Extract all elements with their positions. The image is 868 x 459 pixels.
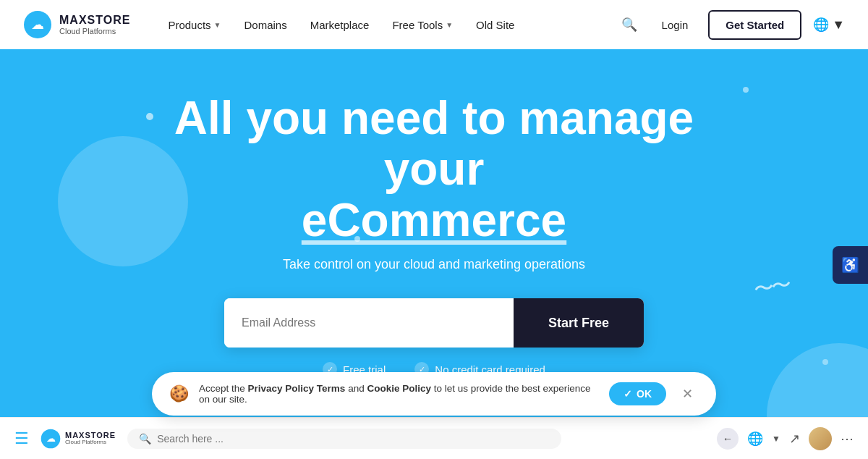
navbar-left: ☁ MAXSTORE Cloud Platforms Products ▼ Do… (23, 10, 523, 39)
more-icon[interactable]: ⋯ (841, 431, 854, 447)
hero-form: Start Free (224, 298, 644, 348)
cookie-close-button[interactable]: ✕ (676, 383, 699, 405)
check-icon: ✓ (624, 388, 632, 400)
cookie-ok-button[interactable]: ✓ OK (609, 382, 666, 405)
hamburger-icon[interactable]: ☰ (14, 429, 29, 448)
chevron-down-icon: ▼ (446, 21, 453, 29)
logo-icon: ☁ (23, 10, 52, 39)
logo-text: MAXSTORE Cloud Platforms (59, 14, 130, 35)
hero-subtitle: Take control on your cloud and marketing… (283, 257, 585, 272)
email-input[interactable] (224, 298, 514, 348)
bottom-right-icons: ← 🌐 ▼ ↗ ⋯ (717, 427, 854, 450)
globe-icon[interactable]: 🌐 (747, 431, 763, 447)
hero-circle-decoration (58, 136, 188, 266)
hero-dot-1 (146, 113, 153, 120)
hero-section: 〜〜 All you need to manage your eCommerce… (0, 49, 868, 459)
nav-links: Products ▼ Domains Marketplace Free Tool… (159, 13, 523, 37)
bottom-search-input[interactable] (157, 433, 550, 445)
hero-squiggle-decoration: 〜〜 (752, 271, 791, 304)
navbar: ☁ MAXSTORE Cloud Platforms Products ▼ Do… (0, 0, 868, 49)
search-icon: 🔍 (139, 433, 151, 445)
svg-text:☁: ☁ (31, 17, 44, 32)
user-avatar[interactable] (809, 427, 832, 450)
cookie-text: Accept the Privacy Policy Terms and Cook… (199, 383, 599, 405)
brand-name: MAXSTORE (59, 14, 130, 27)
navbar-right: 🔍 Login Get Started 🌐 ▼ (617, 10, 845, 40)
get-started-button[interactable]: Get Started (708, 10, 801, 40)
bottom-logo-icon: ☁ (41, 429, 61, 449)
language-selector[interactable]: 🌐 ▼ (813, 17, 845, 33)
chevron-down-icon: ▼ (772, 434, 780, 444)
accessibility-button[interactable]: ♿ (833, 246, 868, 284)
logo[interactable]: ☁ MAXSTORE Cloud Platforms (23, 10, 130, 39)
svg-text:☁: ☁ (46, 434, 56, 444)
globe-icon: 🌐 (813, 17, 829, 33)
nav-free-tools[interactable]: Free Tools ▼ (383, 13, 461, 37)
start-free-button[interactable]: Start Free (514, 298, 644, 348)
share-icon[interactable]: ↗ (789, 431, 800, 447)
nav-old-site[interactable]: Old Site (467, 13, 523, 37)
cookie-icon: 🍪 (169, 384, 189, 403)
nav-marketplace[interactable]: Marketplace (302, 13, 378, 37)
bottom-brand-subtitle: Cloud Platforms (65, 439, 116, 446)
login-button[interactable]: Login (653, 13, 697, 37)
bottom-search-bar[interactable]: 🔍 (127, 429, 561, 449)
chevron-down-icon: ▼ (214, 21, 221, 29)
chevron-down-icon: ▼ (832, 17, 845, 33)
hero-title: All you need to manage your eCommerce (145, 93, 723, 245)
bottom-logo[interactable]: ☁ MAXSTORE Cloud Platforms (41, 429, 116, 449)
brand-subtitle: Cloud Platforms (59, 27, 130, 35)
nav-domains[interactable]: Domains (236, 13, 296, 37)
cookie-banner: 🍪 Accept the Privacy Policy Terms and Co… (152, 372, 716, 416)
search-icon[interactable]: 🔍 (617, 12, 642, 37)
hero-dot-2 (743, 87, 749, 93)
hero-dot-3 (354, 236, 360, 242)
back-arrow[interactable]: ← (717, 428, 739, 450)
nav-products[interactable]: Products ▼ (159, 13, 229, 37)
bottom-bar: ☰ ☁ MAXSTORE Cloud Platforms 🔍 ← 🌐 ▼ ↗ ⋯ (0, 417, 868, 459)
